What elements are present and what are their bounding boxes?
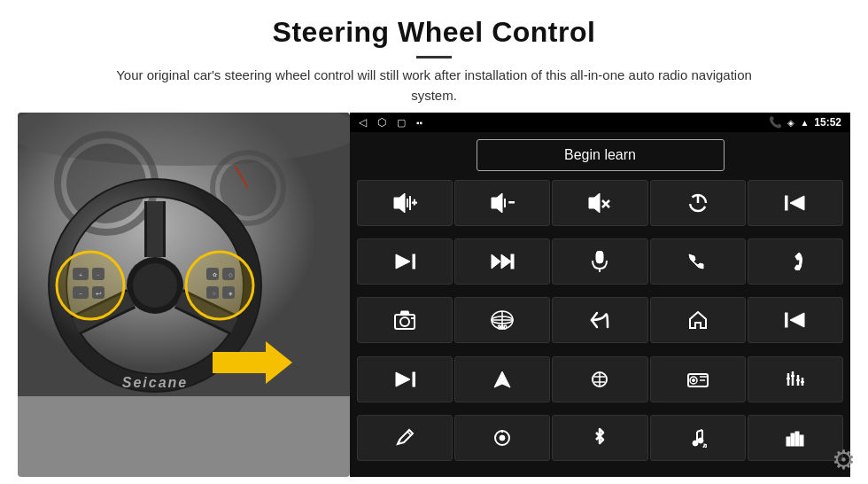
svg-text:−: − (79, 291, 82, 297)
view-360-button[interactable]: 360 (454, 297, 550, 343)
svg-point-95 (693, 441, 698, 446)
svg-point-10 (133, 263, 177, 308)
svg-rect-56 (596, 251, 603, 263)
gps-icon: ◈ (787, 118, 794, 128)
subtitle: Your original car's steering wheel contr… (97, 66, 771, 105)
svg-text:~: ~ (97, 272, 100, 277)
bluetooth-button[interactable] (552, 415, 647, 461)
steering-wheel-image: + ~ − ↩ ✿ ◇ ○ ◈ Seicane (18, 113, 350, 477)
vol-mute-button[interactable] (552, 180, 647, 226)
svg-marker-68 (790, 313, 804, 327)
svg-text:Seicane: Seicane (122, 375, 188, 390)
music-button[interactable]: ♫ (650, 415, 746, 461)
svg-marker-71 (494, 371, 510, 387)
back-nav-icon: ◁ (359, 116, 367, 129)
equalizer-bars-button[interactable] (748, 415, 843, 461)
svg-text:+: + (79, 272, 82, 278)
svg-marker-52 (396, 254, 410, 269)
swap-button[interactable] (552, 356, 647, 402)
status-bar-right: 📞 ◈ ▲ 15:52 (769, 116, 841, 129)
content-area: + ~ − ↩ ✿ ◇ ○ ◈ Seicane (0, 113, 868, 484)
wifi-icon: ▲ (800, 118, 809, 128)
svg-marker-37 (394, 193, 405, 213)
page-title: Steering Wheel Control (97, 16, 771, 49)
svg-point-17 (57, 252, 124, 319)
signal-icon: ▪▪ (416, 118, 422, 128)
svg-marker-44 (589, 193, 600, 213)
navigate-button[interactable] (454, 356, 550, 402)
time-display: 15:52 (814, 116, 841, 129)
svg-marker-54 (501, 254, 511, 269)
phone-answer-button[interactable] (650, 238, 746, 285)
radio-button[interactable] (650, 356, 746, 402)
prev-track-button[interactable] (748, 180, 843, 226)
svg-rect-67 (785, 313, 787, 327)
svg-point-59 (400, 317, 409, 326)
status-bar: ◁ ⬡ ▢ ▪▪ 📞 ◈ ▲ 15:52 (350, 113, 850, 132)
svg-marker-50 (790, 196, 804, 210)
svg-rect-99 (791, 433, 794, 446)
title-divider (416, 56, 452, 59)
svg-text:+: + (412, 198, 417, 207)
skip-forward-button[interactable] (357, 356, 453, 402)
svg-rect-69 (413, 372, 415, 386)
svg-marker-53 (492, 254, 500, 269)
header-section: Steering Wheel Control Your original car… (44, 0, 824, 113)
camera-button[interactable] (357, 297, 453, 343)
svg-text:−: − (508, 196, 515, 208)
svg-text:♫: ♫ (702, 442, 707, 448)
eq-button[interactable] (748, 356, 843, 402)
svg-text:↩: ↩ (96, 290, 102, 298)
svg-marker-66 (690, 312, 706, 328)
begin-learn-button[interactable]: Begin learn (477, 139, 725, 171)
next-track-button[interactable] (357, 238, 453, 285)
skip-back-button[interactable] (748, 297, 843, 343)
vol-down-button[interactable]: − (454, 180, 550, 226)
status-bar-left: ◁ ⬡ ▢ ▪▪ (359, 116, 422, 129)
svg-point-90 (500, 435, 505, 441)
svg-rect-51 (413, 254, 415, 269)
svg-rect-55 (511, 254, 514, 269)
svg-text:○: ○ (213, 291, 216, 296)
android-panel: ◁ ⬡ ▢ ▪▪ 📞 ◈ ▲ 15:52 Begin learn (350, 113, 850, 477)
home-button[interactable] (650, 297, 746, 343)
svg-rect-100 (795, 432, 799, 446)
recents-nav-icon: ▢ (397, 117, 406, 129)
svg-point-76 (692, 379, 694, 381)
page-container: Steering Wheel Control Your original car… (0, 0, 868, 484)
power-button[interactable] (650, 180, 746, 226)
steering-wheel-svg: + ~ − ↩ ✿ ◇ ○ ◈ Seicane (18, 113, 350, 396)
pen-button[interactable] (357, 415, 453, 461)
svg-point-26 (186, 252, 253, 319)
begin-learn-row: Begin learn (350, 132, 850, 178)
phone-hangup-button[interactable] (748, 238, 843, 285)
back-button[interactable] (552, 297, 647, 343)
mic-button[interactable] (552, 238, 647, 285)
phone-status-icon: 📞 (769, 116, 782, 129)
svg-text:◈: ◈ (229, 291, 233, 296)
settings-knob-button[interactable] (454, 415, 550, 461)
settings-gear-icon[interactable]: ⚙ (832, 444, 856, 475)
svg-rect-101 (800, 435, 803, 446)
home-nav-icon: ⬡ (377, 116, 386, 129)
svg-text:✿: ✿ (213, 272, 217, 277)
svg-rect-98 (787, 437, 790, 446)
svg-marker-70 (396, 372, 410, 386)
svg-rect-49 (785, 196, 787, 210)
controls-grid: + − (350, 178, 850, 477)
svg-text:◇: ◇ (229, 272, 233, 277)
svg-marker-41 (492, 193, 502, 213)
vol-up-button[interactable]: + (357, 180, 453, 226)
fast-forward-button[interactable] (454, 238, 550, 285)
svg-text:360: 360 (498, 324, 508, 330)
